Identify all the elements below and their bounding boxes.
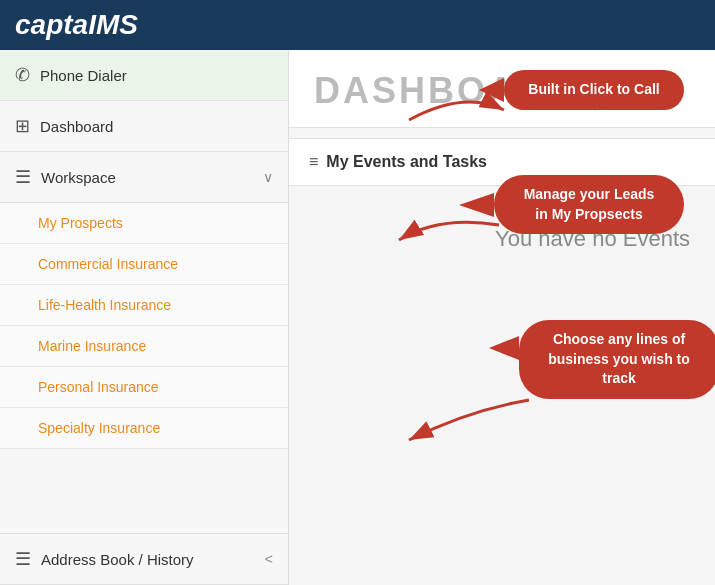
logo-capta: capta	[15, 9, 88, 40]
sidebar-item-label: Phone Dialer	[40, 67, 127, 84]
sidebar-sub-item-label: Commercial Insurance	[38, 256, 178, 272]
logo-ims: IMS	[88, 9, 138, 40]
sidebar-item-label: Dashboard	[40, 118, 113, 135]
sidebar-bottom: ☰ Address Book / History <	[0, 533, 288, 585]
dashboard-icon: ⊞	[15, 115, 30, 137]
sidebar: ✆ Phone Dialer ⊞ Dashboard ☰ Workspace ∨…	[0, 50, 289, 585]
callout-click-to-call: Built in Click to Call	[504, 70, 684, 110]
sidebar-item-address-book[interactable]: ☰ Address Book / History <	[0, 534, 288, 585]
sidebar-item-life-health-insurance[interactable]: Life-Health Insurance	[0, 285, 288, 326]
sidebar-sub-item-label: Life-Health Insurance	[38, 297, 171, 313]
sidebar-item-my-prospects[interactable]: My Prospects	[0, 203, 288, 244]
callout-manage-leads: Manage your Leadsin My Propsects	[494, 175, 684, 234]
sidebar-sub-item-label: Specialty Insurance	[38, 420, 160, 436]
sidebar-item-personal-insurance[interactable]: Personal Insurance	[0, 367, 288, 408]
chevron-left-icon: <	[265, 551, 273, 567]
chevron-down-icon: ∨	[263, 169, 273, 185]
app-header: captaIMS	[0, 0, 715, 50]
sidebar-item-marine-insurance[interactable]: Marine Insurance	[0, 326, 288, 367]
sidebar-sub-item-label: Personal Insurance	[38, 379, 159, 395]
workspace-icon: ☰	[15, 166, 31, 188]
sidebar-sub-item-label: My Prospects	[38, 215, 123, 231]
main-layout: ✆ Phone Dialer ⊞ Dashboard ☰ Workspace ∨…	[0, 50, 715, 585]
phone-icon: ✆	[15, 64, 30, 86]
arrow-choose-lines	[389, 380, 539, 460]
sidebar-item-label: Workspace	[41, 169, 116, 186]
sidebar-item-phone-dialer[interactable]: ✆ Phone Dialer	[0, 50, 288, 101]
list-icon: ≡	[309, 153, 318, 171]
sidebar-item-label: Address Book / History	[41, 551, 194, 568]
sidebar-item-workspace[interactable]: ☰ Workspace ∨	[0, 152, 288, 203]
sidebar-item-specialty-insurance[interactable]: Specialty Insurance	[0, 408, 288, 449]
sidebar-item-dashboard[interactable]: ⊞ Dashboard	[0, 101, 288, 152]
sidebar-sub-item-label: Marine Insurance	[38, 338, 146, 354]
sidebar-item-commercial-insurance[interactable]: Commercial Insurance	[0, 244, 288, 285]
content-area: DASHBOARD Welcome Demo ≡ My Events and T…	[289, 50, 715, 585]
events-title: My Events and Tasks	[326, 153, 487, 171]
app-logo: captaIMS	[15, 9, 138, 41]
address-book-icon: ☰	[15, 548, 31, 570]
callout-choose-lines: Choose any lines ofbusiness you wish tot…	[519, 320, 715, 399]
